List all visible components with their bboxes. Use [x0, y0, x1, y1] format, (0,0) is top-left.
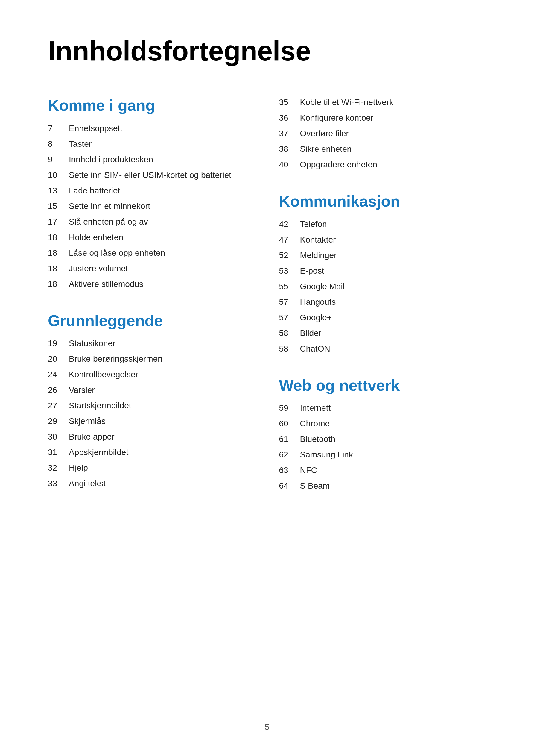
toc-text: Lade batteriet — [69, 184, 120, 197]
list-item: 60Chrome — [279, 418, 486, 430]
toc-text: Statusikoner — [69, 337, 115, 350]
list-item: 58ChatON — [279, 342, 486, 355]
list-item: 33Angi tekst — [48, 477, 255, 490]
toc-number: 42 — [279, 218, 300, 230]
toc-number: 37 — [279, 127, 300, 140]
toc-number: 57 — [279, 311, 300, 324]
right-section-continued-grunnleggende: 35Koble til et Wi-Fi-nettverk36Konfigure… — [279, 96, 486, 171]
section-title-web-og-nettverk: Web og nettverk — [279, 376, 486, 394]
toc-text: Kontrollbevegelser — [69, 368, 138, 381]
list-item: 20Bruke berøringsskjermen — [48, 353, 255, 365]
list-item: 58Bilder — [279, 327, 486, 339]
right-section-kommunikasjon: Kommunikasjon42Telefon47Kontakter52Meldi… — [279, 192, 486, 355]
toc-number: 30 — [48, 431, 69, 443]
toc-text: Varsler — [69, 384, 95, 396]
toc-text: S Beam — [300, 480, 330, 492]
toc-number: 63 — [279, 464, 300, 477]
list-item: 57Google+ — [279, 311, 486, 324]
right-column: 35Koble til et Wi-Fi-nettverk36Konfigure… — [279, 96, 486, 513]
toc-number: 27 — [48, 399, 69, 412]
toc-number: 59 — [279, 402, 300, 414]
list-item: 59Internett — [279, 402, 486, 414]
toc-list-grunnleggende: 19Statusikoner20Bruke berøringsskjermen2… — [48, 337, 255, 490]
list-item: 36Konfigurere kontoer — [279, 112, 486, 124]
toc-text: Slå enheten på og av — [69, 216, 148, 228]
toc-text: Bruke apper — [69, 431, 114, 443]
toc-text: Google+ — [300, 311, 332, 324]
toc-text: Sette inn et minnekort — [69, 200, 150, 213]
toc-text: Appskjermbildet — [69, 446, 128, 459]
list-item: 15Sette inn et minnekort — [48, 200, 255, 213]
toc-number: 18 — [48, 262, 69, 275]
toc-text: ChatON — [300, 342, 330, 355]
list-item: 26Varsler — [48, 384, 255, 396]
list-item: 57Hangouts — [279, 296, 486, 309]
toc-number: 10 — [48, 169, 69, 181]
toc-text: Angi tekst — [69, 477, 106, 490]
toc-number: 13 — [48, 184, 69, 197]
toc-number: 58 — [279, 342, 300, 355]
list-item: 47Kontakter — [279, 233, 486, 246]
list-item: 63NFC — [279, 464, 486, 477]
page-number-footer: 5 — [0, 722, 534, 732]
toc-text: Hangouts — [300, 296, 336, 309]
left-section-komme-i-gang: Komme i gang7Enhetsoppsett8Taster9Innhol… — [48, 96, 255, 290]
toc-number: 33 — [48, 477, 69, 490]
toc-number: 9 — [48, 153, 69, 166]
toc-text: Enhetsoppsett — [69, 122, 122, 135]
list-item: 18Holde enheten — [48, 231, 255, 244]
list-item: 27Startskjermbildet — [48, 399, 255, 412]
toc-text: Samsung Link — [300, 448, 353, 461]
toc-text: Skjermlås — [69, 415, 106, 427]
toc-number: 18 — [48, 231, 69, 244]
toc-number: 8 — [48, 138, 69, 150]
toc-text: Chrome — [300, 418, 330, 430]
section-title-grunnleggende: Grunnleggende — [48, 311, 255, 330]
toc-text: Holde enheten — [69, 231, 123, 244]
toc-number: 32 — [48, 462, 69, 474]
section-title-komme-i-gang: Komme i gang — [48, 96, 255, 115]
left-section-grunnleggende: Grunnleggende19Statusikoner20Bruke berør… — [48, 311, 255, 490]
toc-number: 47 — [279, 233, 300, 246]
toc-number: 36 — [279, 112, 300, 124]
toc-number: 62 — [279, 448, 300, 461]
toc-text: Startskjermbildet — [69, 399, 131, 412]
list-item: 38Sikre enheten — [279, 143, 486, 155]
toc-number: 18 — [48, 247, 69, 259]
toc-number: 57 — [279, 296, 300, 309]
toc-number: 55 — [279, 280, 300, 293]
toc-text: Koble til et Wi-Fi-nettverk — [300, 96, 394, 109]
list-item: 17Slå enheten på og av — [48, 216, 255, 228]
toc-list-komme-i-gang: 7Enhetsoppsett8Taster9Innhold i produkte… — [48, 122, 255, 290]
toc-text: Taster — [69, 138, 91, 150]
toc-number: 35 — [279, 96, 300, 109]
list-item: 19Statusikoner — [48, 337, 255, 350]
toc-number: 15 — [48, 200, 69, 213]
left-column: Komme i gang7Enhetsoppsett8Taster9Innhol… — [48, 96, 255, 513]
list-item: 31Appskjermbildet — [48, 446, 255, 459]
list-item: 42Telefon — [279, 218, 486, 230]
list-item: 24Kontrollbevegelser — [48, 368, 255, 381]
list-item: 30Bruke apper — [48, 431, 255, 443]
toc-number: 7 — [48, 122, 69, 135]
list-item: 7Enhetsoppsett — [48, 122, 255, 135]
toc-number: 38 — [279, 143, 300, 155]
toc-number: 29 — [48, 415, 69, 427]
toc-text: E-post — [300, 265, 324, 277]
list-item: 18Justere volumet — [48, 262, 255, 275]
list-item: 29Skjermlås — [48, 415, 255, 427]
toc-text: Bluetooth — [300, 433, 335, 446]
list-item: 32Hjelp — [48, 462, 255, 474]
toc-text: Låse og låse opp enheten — [69, 247, 165, 259]
list-item: 37Overføre filer — [279, 127, 486, 140]
toc-text: Konfigurere kontoer — [300, 112, 374, 124]
toc-list-continued-grunnleggende: 35Koble til et Wi-Fi-nettverk36Konfigure… — [279, 96, 486, 171]
toc-text: Meldinger — [300, 249, 337, 262]
content-area: Komme i gang7Enhetsoppsett8Taster9Innhol… — [48, 96, 486, 513]
list-item: 9Innhold i produktesken — [48, 153, 255, 166]
toc-number: 17 — [48, 216, 69, 228]
list-item: 61Bluetooth — [279, 433, 486, 446]
toc-text: Aktivere stillemodus — [69, 278, 143, 290]
page: Innholdsfortegnelse Komme i gang7Enhetso… — [0, 0, 534, 756]
toc-text: Telefon — [300, 218, 327, 230]
